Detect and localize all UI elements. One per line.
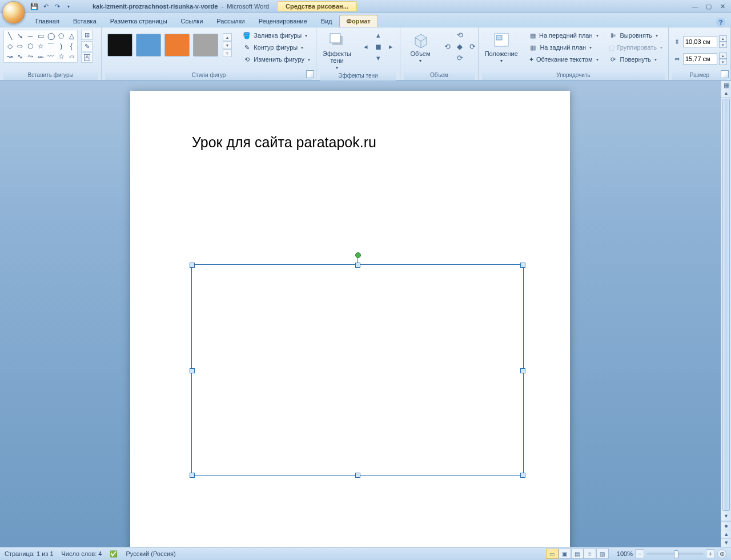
zoom-knob[interactable] — [674, 550, 678, 558]
height-input[interactable] — [683, 36, 717, 47]
shadow-left-icon[interactable]: ◂ — [360, 41, 371, 51]
styles-scroll-up-icon[interactable]: ▴ — [223, 33, 232, 41]
document-text[interactable]: Урок для сайта paratapok.ru — [192, 134, 376, 151]
send-back-icon: ▥ — [528, 43, 537, 52]
browse-object-icon[interactable]: ● — [721, 521, 731, 530]
shadow-right-icon[interactable]: ▸ — [385, 41, 396, 51]
context-tab-drawing-tools[interactable]: Средства рисован... — [277, 1, 357, 11]
group-button[interactable]: ⬚Группировать▾ — [607, 42, 665, 53]
view-buttons: ▭ ▣ ▤ ≡ ▥ — [546, 549, 609, 559]
tab-mailings[interactable]: Рассылки — [210, 15, 251, 27]
styles-more-icon[interactable]: ▿ — [223, 49, 232, 57]
redo-icon[interactable]: ↷ — [53, 2, 62, 11]
height-down[interactable]: ▾ — [719, 42, 727, 48]
status-language[interactable]: Русский (Россия) — [126, 550, 175, 557]
close-button[interactable]: ✕ — [717, 2, 728, 10]
rotation-handle[interactable] — [355, 252, 361, 258]
group-label-size: Размер — [672, 71, 727, 80]
resize-handle-tr[interactable] — [520, 263, 525, 268]
resize-handle-tl[interactable] — [190, 263, 195, 268]
qat-dropdown-icon[interactable]: ▾ — [64, 2, 73, 11]
tilt-up-icon[interactable]: ⟲ — [454, 30, 465, 40]
view-full-screen[interactable]: ▣ — [559, 549, 571, 559]
tab-review[interactable]: Рецензирование — [252, 15, 314, 27]
scroll-thumb[interactable] — [722, 99, 730, 511]
change-shape-icon: ⟲ — [242, 55, 251, 64]
style-swatch-orange[interactable] — [164, 34, 190, 57]
width-icon: ⇔ — [672, 54, 681, 63]
text-box-icon[interactable]: 🄰 — [81, 53, 93, 63]
office-button[interactable] — [2, 1, 25, 24]
tab-view[interactable]: Вид — [314, 15, 339, 27]
next-page-icon[interactable]: ▾ — [721, 538, 731, 547]
view-web-layout[interactable]: ▤ — [571, 549, 584, 559]
tab-format[interactable]: Формат — [339, 15, 378, 27]
resize-handle-r[interactable] — [520, 368, 525, 373]
send-to-back-button[interactable]: ▥На задний план▾ — [526, 42, 600, 53]
align-button[interactable]: ⊫Выровнять▾ — [607, 30, 665, 41]
tilt-down-icon[interactable]: ⟳ — [454, 53, 465, 63]
3d-effects-button[interactable]: Объем▾ — [404, 30, 437, 65]
bring-to-front-button[interactable]: ▤На передний план▾ — [526, 30, 600, 41]
shadow-center-icon[interactable]: ◼ — [372, 41, 384, 51]
view-outline[interactable]: ≡ — [584, 549, 596, 559]
tilt-center-icon[interactable]: ◆ — [454, 41, 465, 51]
styles-scroll-down-icon[interactable]: ▾ — [223, 41, 232, 49]
width-down[interactable]: ▾ — [719, 59, 727, 65]
zoom-value[interactable]: 100% — [617, 550, 633, 557]
resize-handle-t[interactable] — [355, 263, 360, 268]
shadow-down-icon[interactable]: ▾ — [372, 53, 384, 63]
selected-rectangle-shape[interactable] — [191, 264, 524, 476]
width-input[interactable] — [683, 53, 717, 65]
shadow-effects-button[interactable]: Эффекты тени▾ — [320, 30, 354, 71]
height-icon: ⇕ — [672, 37, 681, 46]
tab-home[interactable]: Главная — [29, 15, 66, 27]
minimize-button[interactable]: — — [690, 2, 700, 10]
style-swatch-gray[interactable] — [193, 34, 218, 57]
zoom-in-button[interactable]: + — [706, 549, 715, 558]
style-swatch-black[interactable] — [107, 34, 132, 57]
tab-page-layout[interactable]: Разметка страницы — [103, 15, 174, 27]
tilt-right-icon[interactable]: ⟳ — [467, 41, 478, 51]
undo-icon[interactable]: ↶ — [41, 2, 50, 11]
tilt-left-icon[interactable]: ⟲ — [441, 41, 453, 51]
scroll-down-icon[interactable]: ▼ — [721, 512, 731, 521]
height-up[interactable]: ▴ — [719, 35, 727, 42]
view-draft[interactable]: ▥ — [596, 549, 609, 559]
status-page[interactable]: Страница: 1 из 1 — [5, 550, 54, 557]
zoom-out-button[interactable]: − — [635, 549, 644, 558]
style-swatch-blue[interactable] — [136, 34, 161, 57]
prev-page-icon[interactable]: ▴ — [721, 530, 731, 538]
rotate-button[interactable]: ⟳Повернуть▾ — [607, 54, 665, 65]
resize-handle-br[interactable] — [520, 473, 525, 478]
resize-handle-bl[interactable] — [190, 473, 195, 478]
document-workspace[interactable]: Урок для сайта paratapok.ru ▦ ▲ ▼ ● ▴ ▾ — [0, 80, 731, 547]
shapes-more-icon[interactable]: ⊞ — [81, 30, 93, 40]
shape-outline-button[interactable]: ✎Контур фигуры▾ — [240, 42, 312, 53]
scroll-up-icon[interactable]: ▲ — [721, 89, 731, 98]
zoom-fit-button[interactable]: ⊕ — [717, 549, 726, 558]
resize-handle-b[interactable] — [355, 473, 360, 478]
zoom-slider[interactable] — [646, 553, 704, 555]
tab-references[interactable]: Ссылки — [174, 15, 210, 27]
save-icon[interactable]: 💾 — [30, 2, 39, 11]
position-button[interactable]: Положение▾ — [482, 30, 520, 65]
shape-fill-button[interactable]: 🪣Заливка фигуры▾ — [240, 30, 312, 41]
width-up[interactable]: ▴ — [719, 53, 727, 59]
change-shape-button[interactable]: ⟲Изменить фигуру▾ — [240, 54, 312, 65]
text-wrap-button[interactable]: ✦Обтекание текстом▾ — [526, 54, 600, 65]
tab-insert[interactable]: Вставка — [66, 15, 103, 27]
resize-handle-l[interactable] — [190, 368, 195, 373]
vertical-scrollbar[interactable]: ▦ ▲ ▼ ● ▴ ▾ — [721, 80, 731, 547]
help-icon[interactable]: ? — [716, 18, 725, 27]
shapes-gallery[interactable]: ╲↘─▭◯⬠△ ◇⇨⬡☆⌒){ ↝∿⤳⬰〰☆▱ — [3, 30, 78, 63]
status-word-count[interactable]: Число слов: 4 — [62, 550, 102, 557]
ruler-toggle-icon[interactable]: ▦ — [721, 80, 731, 89]
shape-styles-gallery[interactable]: ▴ ▾ ▿ — [105, 30, 234, 61]
view-print-layout[interactable]: ▭ — [546, 549, 559, 559]
proofing-icon[interactable]: ✅ — [110, 550, 118, 558]
edit-shape-icon[interactable]: ✎ — [81, 41, 93, 51]
maximize-button[interactable]: ▢ — [704, 2, 714, 10]
shadow-up-icon[interactable]: ▴ — [372, 30, 384, 40]
status-bar: Страница: 1 из 1 Число слов: 4 ✅ Русский… — [0, 547, 731, 560]
